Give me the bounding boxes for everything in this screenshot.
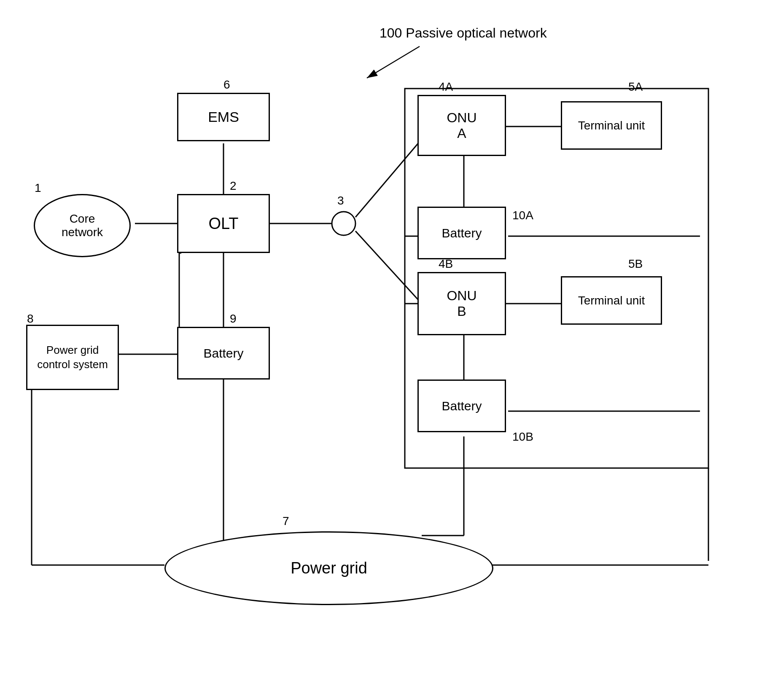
onu-a-box: ONU A [417,95,506,156]
battery-olt-ref: 9 [230,312,237,326]
battery-olt-box: Battery [177,327,270,380]
battery-a-ref: 10A [512,209,533,222]
ems-box: EMS [177,93,270,141]
power-grid-box: Power grid [164,531,493,605]
power-grid-ref: 7 [283,514,289,528]
diagram: 100 Passive optical network [0,0,778,700]
onu-b-box: ONU B [417,272,506,335]
core-network-box: Core network [34,194,131,257]
power-grid-control-box: Power grid control system [26,325,119,390]
terminal-b-ref: 5B [628,257,643,271]
olt-ref: 2 [230,179,237,193]
core-network-ref: 1 [35,181,41,195]
ems-ref: 6 [223,78,230,92]
battery-b-ref: 10B [512,430,533,444]
svg-line-6 [355,139,422,217]
power-grid-control-ref: 8 [27,312,34,326]
olt-box: OLT [177,194,270,253]
onu-b-ref: 4B [439,257,453,271]
terminal-a-ref: 5A [628,80,643,94]
terminal-b-box: Terminal unit [561,276,662,325]
splitter-ref: 3 [337,194,344,207]
onu-a-ref: 4A [439,80,453,94]
svg-point-5 [332,212,355,235]
svg-line-7 [355,231,422,304]
battery-b-box: Battery [417,380,506,432]
svg-line-0 [367,46,420,78]
terminal-a-box: Terminal unit [561,101,662,150]
battery-a-box: Battery [417,207,506,259]
